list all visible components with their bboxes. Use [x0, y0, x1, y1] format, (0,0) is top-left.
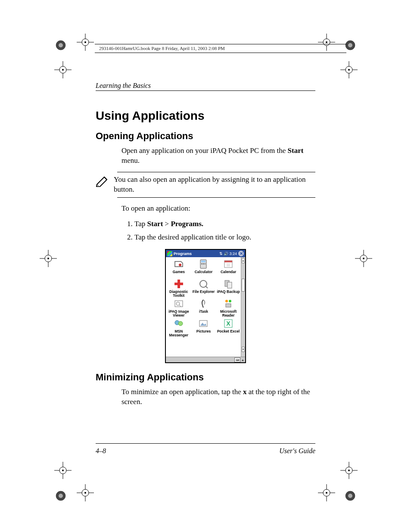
app-msn-messenger: MSN Messenger	[167, 318, 191, 337]
app-microsoft-reader: Microsoft Reader	[216, 299, 240, 317]
app-calendar: Calendar	[216, 259, 240, 278]
itask-icon	[198, 299, 209, 309]
min-text-a: To minimize an open application, tap the	[121, 388, 243, 396]
note-rule-bottom	[117, 197, 315, 198]
crop-mark-icon	[340, 462, 358, 479]
svg-point-23	[47, 258, 49, 259]
app-ipaq-backup: iPAQ Backup	[216, 279, 240, 298]
scroll-down-icon	[242, 347, 245, 352]
file-explorer-icon	[198, 279, 209, 289]
crop-mark-icon	[345, 490, 356, 501]
svg-point-11	[348, 43, 352, 47]
app-games: Games	[167, 259, 191, 278]
calculator-icon	[198, 259, 209, 269]
intro-text-tail: menu.	[121, 156, 140, 165]
heading-using-applications: Using Applications	[96, 109, 315, 123]
pocketpc-status-icons: ⇅ 🔊 3:24	[219, 252, 237, 256]
pocketpc-titlebar: Programs ⇅ 🔊 3:24 ✕	[166, 250, 245, 257]
svg-point-47	[348, 494, 352, 498]
svg-point-71	[178, 321, 183, 326]
games-icon	[174, 259, 184, 269]
note-text: You can also open an application by assi…	[114, 175, 315, 195]
scroll-up-icon	[242, 258, 245, 263]
pocketpc-scrollbar	[241, 257, 245, 357]
svg-point-37	[59, 494, 63, 498]
sip-up-icon: ▲	[241, 358, 244, 361]
start-flag-icon	[167, 251, 172, 256]
svg-point-35	[348, 470, 350, 471]
svg-point-48	[179, 264, 181, 266]
step-1: Tap Start > Programs.	[134, 218, 315, 230]
footer-guide-label: User's Guide	[279, 447, 315, 455]
scroll-thumb	[242, 279, 245, 292]
connectivity-icon: ⇅	[219, 252, 223, 256]
programs-grid: Games Calculator Calendar Diagnostic Too…	[166, 257, 241, 339]
pocketpc-body: Games Calculator Calendar Diagnostic Too…	[166, 257, 241, 357]
to-open-paragraph: To open an application: Tap Start > Prog…	[121, 204, 315, 243]
crop-mark-icon	[40, 250, 57, 267]
image-viewer-icon	[174, 299, 184, 309]
svg-rect-50	[201, 261, 206, 262]
crop-header-text: 293146-001HamrUG.book Page 8 Friday, Apr…	[99, 46, 225, 51]
crop-header-rule-top	[95, 44, 346, 44]
step-2: Tap the desired application title or log…	[134, 231, 315, 243]
excel-icon: X	[223, 318, 234, 329]
app-itask: iTask	[192, 299, 216, 317]
svg-point-27	[363, 258, 364, 259]
pencil-icon	[96, 175, 109, 187]
svg-point-67	[225, 300, 228, 302]
footer-page-number: 4–8	[96, 447, 106, 455]
crop-mark-icon	[77, 484, 94, 501]
calendar-icon	[223, 259, 234, 269]
svg-point-68	[229, 300, 231, 302]
app-diagnostic-toolkit: Diagnostic Toolkit	[167, 279, 191, 298]
svg-text:X: X	[226, 320, 230, 327]
crop-mark-icon	[55, 490, 66, 501]
pocketpc-screenshot: Programs ⇅ 🔊 3:24 ✕ Games Calculator Cal…	[165, 249, 246, 363]
svg-rect-63	[227, 282, 232, 288]
close-icon: ✕	[238, 251, 244, 256]
svg-point-15	[62, 69, 64, 71]
svg-point-9	[326, 41, 327, 43]
svg-point-31	[62, 470, 64, 471]
heading-opening-applications: Opening Applications	[96, 131, 315, 142]
pictures-icon	[198, 318, 209, 329]
running-head-rule	[96, 90, 315, 91]
svg-rect-69	[226, 304, 231, 307]
pocketpc-bottombar: ⌨ ▲	[166, 357, 245, 362]
intro-bold-start: Start	[288, 146, 304, 155]
app-ipaq-image-viewer: iPAQ Image Viewer	[167, 299, 191, 317]
backup-icon	[223, 279, 234, 289]
minimize-paragraph: To minimize an open application, tap the…	[121, 387, 315, 407]
note-block: You can also open an application by assi…	[96, 172, 315, 198]
svg-rect-55	[224, 261, 232, 262]
step-1-sep: >	[163, 220, 171, 228]
svg-point-5	[84, 41, 86, 43]
keyboard-icon: ⌨	[234, 358, 240, 362]
speaker-icon: 🔊	[224, 252, 228, 256]
svg-point-1	[59, 43, 63, 47]
note-rule-top	[117, 172, 315, 172]
crop-mark-icon	[54, 462, 72, 479]
svg-rect-53	[205, 263, 206, 264]
crop-mark-icon	[340, 61, 358, 78]
svg-rect-52	[203, 263, 204, 264]
crop-mark-icon	[318, 34, 335, 51]
crop-mark-icon	[355, 250, 372, 267]
crop-header-rule-bottom	[95, 53, 346, 53]
svg-point-19	[348, 69, 350, 71]
app-file-explorer: File Explorer	[192, 279, 216, 298]
svg-point-41	[84, 492, 86, 494]
pocketpc-clock: 3:24	[229, 252, 237, 256]
intro-text: Open any application on your iPAQ Pocket…	[121, 146, 288, 155]
app-calculator: Calculator	[192, 259, 216, 278]
min-text-x: x	[243, 388, 247, 396]
step-1-bold-start: Start	[147, 220, 163, 228]
heading-minimizing-applications: Minimizing Applications	[96, 372, 315, 383]
footer-rule	[96, 443, 315, 444]
page: 293146-001HamrUG.book Page 8 Friday, Apr…	[0, 0, 411, 532]
running-head: Learning the Basics	[96, 82, 151, 90]
content-column: Using Applications Opening Applications …	[96, 101, 315, 411]
reader-icon	[223, 299, 234, 309]
step-1-bold-programs: Programs.	[171, 220, 203, 228]
